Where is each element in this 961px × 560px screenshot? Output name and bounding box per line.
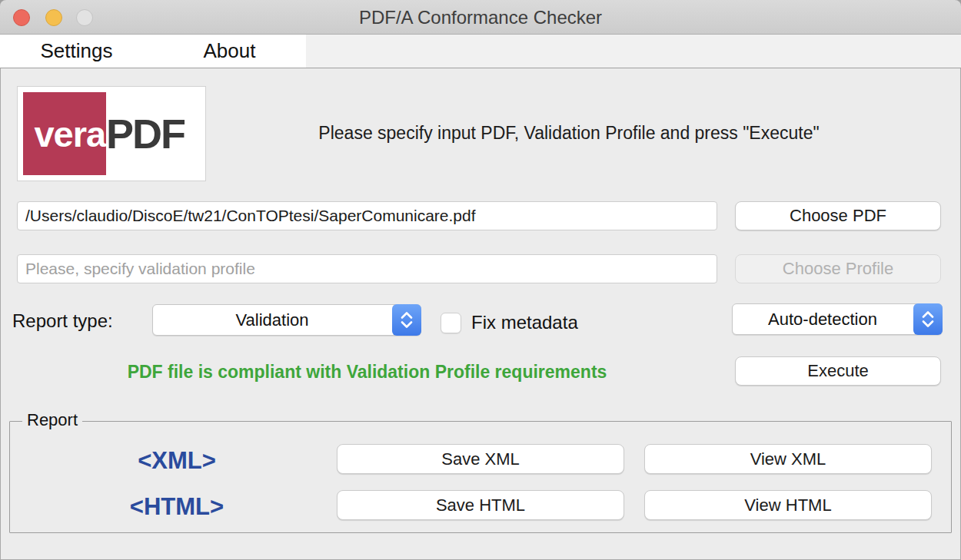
xml-report-link[interactable]: <XML> — [46, 447, 308, 475]
flavour-select[interactable]: Auto-detection — [732, 303, 943, 335]
report-group-legend: Report — [22, 410, 82, 430]
status-message: PDF file is compliant with Validation Pr… — [17, 362, 717, 383]
logo-pdf-text: PDF — [106, 110, 185, 157]
logo-white-panel: PDF — [106, 92, 200, 175]
pdf-path-input[interactable] — [17, 201, 717, 230]
chevron-up-down-icon — [913, 303, 943, 335]
instruction-text: Please specify input PDF, Validation Pro… — [231, 123, 907, 144]
save-xml-button[interactable]: Save XML — [337, 444, 624, 474]
verapdf-logo: vera PDF — [17, 86, 206, 181]
fix-metadata-checkbox[interactable] — [441, 313, 461, 333]
html-report-link[interactable]: <HTML> — [46, 493, 308, 521]
execute-button[interactable]: Execute — [735, 356, 941, 386]
app-window: PDF/A Conformance Checker Settings About… — [0, 0, 961, 560]
report-type-selected-value: Validation — [153, 305, 391, 335]
menu-item-about[interactable]: About — [153, 35, 306, 68]
logo-red-panel: vera — [23, 92, 106, 175]
title-bar: PDF/A Conformance Checker — [0, 0, 961, 35]
report-type-label: Report type: — [12, 310, 113, 332]
fix-metadata-label: Fix metadata — [471, 312, 578, 333]
view-xml-button[interactable]: View XML — [644, 444, 932, 474]
report-type-select[interactable]: Validation — [152, 304, 421, 336]
choose-pdf-button[interactable]: Choose PDF — [735, 201, 941, 230]
menu-item-settings[interactable]: Settings — [0, 35, 153, 68]
save-html-button[interactable]: Save HTML — [337, 490, 624, 520]
chevron-up-down-icon — [392, 304, 421, 336]
window-title: PDF/A Conformance Checker — [0, 7, 961, 28]
view-html-button[interactable]: View HTML — [644, 490, 932, 520]
validation-profile-input[interactable] — [17, 254, 717, 283]
flavour-selected-value: Auto-detection — [733, 304, 913, 334]
choose-profile-button: Choose Profile — [735, 254, 941, 283]
logo-vera-text: vera — [34, 113, 106, 155]
menu-bar: Settings About — [0, 35, 961, 68]
